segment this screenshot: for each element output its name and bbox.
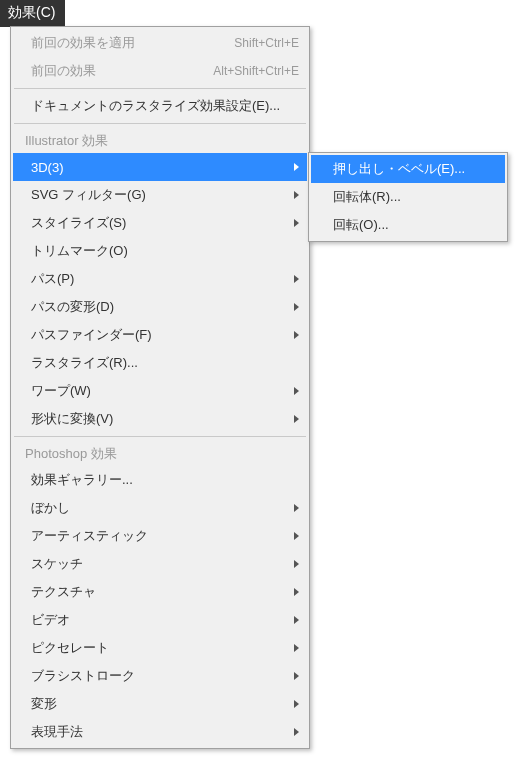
submenu-arrow-icon	[294, 504, 299, 512]
menu-item-label: スケッチ	[31, 555, 288, 573]
submenu-3d-panel: 押し出し・ベベル(E)...回転体(R)...回転(O)...	[308, 152, 508, 242]
menu-item-photoshop-7[interactable]: ブラシストローク	[13, 662, 307, 690]
menu-item-label: ビデオ	[31, 611, 288, 629]
menu-item-illustrator-9[interactable]: 形状に変換(V)	[13, 405, 307, 433]
menu-item-illustrator-3[interactable]: トリムマーク(O)	[13, 237, 307, 265]
menu-item-label: ピクセレート	[31, 639, 288, 657]
menu-item-illustrator-1[interactable]: SVG フィルター(G)	[13, 181, 307, 209]
menu-item-illustrator-8[interactable]: ワープ(W)	[13, 377, 307, 405]
menu-item-label: 回転(O)...	[333, 216, 497, 234]
submenu-arrow-icon	[294, 303, 299, 311]
menu-item-recent-0: 前回の効果を適用Shift+Ctrl+E	[13, 29, 307, 57]
submenu-arrow-icon	[294, 532, 299, 540]
menu-item-label: 効果ギャラリー...	[31, 471, 299, 489]
submenu-arrow-icon	[294, 588, 299, 596]
menu-item-shortcut: Alt+Shift+Ctrl+E	[213, 64, 299, 78]
effects-menu-panel: 前回の効果を適用Shift+Ctrl+E前回の効果Alt+Shift+Ctrl+…	[10, 26, 310, 749]
menu-separator	[14, 88, 306, 89]
submenu-item-3d-0[interactable]: 押し出し・ベベル(E)...	[311, 155, 505, 183]
menu-item-photoshop-9[interactable]: 表現手法	[13, 718, 307, 746]
menu-item-label: 前回の効果を適用	[31, 34, 224, 52]
submenu-arrow-icon	[294, 331, 299, 339]
menu-item-photoshop-1[interactable]: ぼかし	[13, 494, 307, 522]
submenu-arrow-icon	[294, 644, 299, 652]
submenu-arrow-icon	[294, 275, 299, 283]
menu-item-photoshop-2[interactable]: アーティスティック	[13, 522, 307, 550]
photoshop-effects-header: Photoshop 効果	[13, 440, 307, 466]
menu-item-label: ドキュメントのラスタライズ効果設定(E)...	[31, 97, 299, 115]
menu-item-shortcut: Shift+Ctrl+E	[234, 36, 299, 50]
menu-item-label: ぼかし	[31, 499, 288, 517]
menu-item-label: パスの変形(D)	[31, 298, 288, 316]
menu-item-label: テクスチャ	[31, 583, 288, 601]
menu-item-label: 3D(3)	[31, 160, 288, 175]
menu-item-label: パスファインダー(F)	[31, 326, 288, 344]
menu-item-label: スタイライズ(S)	[31, 214, 288, 232]
menu-item-label: ラスタライズ(R)...	[31, 354, 299, 372]
menu-item-label: パス(P)	[31, 270, 288, 288]
menu-title[interactable]: 効果(C)	[0, 0, 65, 27]
submenu-item-3d-1[interactable]: 回転体(R)...	[311, 183, 505, 211]
menu-item-photoshop-4[interactable]: テクスチャ	[13, 578, 307, 606]
menu-item-label: 形状に変換(V)	[31, 410, 288, 428]
submenu-arrow-icon	[294, 163, 299, 171]
menu-item-label: 押し出し・ベベル(E)...	[333, 160, 497, 178]
submenu-arrow-icon	[294, 415, 299, 423]
submenu-arrow-icon	[294, 728, 299, 736]
menu-item-photoshop-3[interactable]: スケッチ	[13, 550, 307, 578]
menu-item-label: アーティスティック	[31, 527, 288, 545]
submenu-arrow-icon	[294, 700, 299, 708]
menu-item-photoshop-5[interactable]: ビデオ	[13, 606, 307, 634]
menu-item-label: ワープ(W)	[31, 382, 288, 400]
menu-item-label: 変形	[31, 695, 288, 713]
menu-item-illustrator-7[interactable]: ラスタライズ(R)...	[13, 349, 307, 377]
menu-item-recent-1: 前回の効果Alt+Shift+Ctrl+E	[13, 57, 307, 85]
menu-item-label: 回転体(R)...	[333, 188, 497, 206]
menu-item-illustrator-4[interactable]: パス(P)	[13, 265, 307, 293]
menu-item-label: 表現手法	[31, 723, 288, 741]
submenu-arrow-icon	[294, 560, 299, 568]
menu-item-illustrator-2[interactable]: スタイライズ(S)	[13, 209, 307, 237]
menu-item-illustrator-6[interactable]: パスファインダー(F)	[13, 321, 307, 349]
menu-item-label: ブラシストローク	[31, 667, 288, 685]
submenu-arrow-icon	[294, 672, 299, 680]
submenu-arrow-icon	[294, 191, 299, 199]
menu-item-photoshop-8[interactable]: 変形	[13, 690, 307, 718]
menu-item-label: 前回の効果	[31, 62, 203, 80]
menu-item-photoshop-6[interactable]: ピクセレート	[13, 634, 307, 662]
menu-item-rasterize-settings[interactable]: ドキュメントのラスタライズ効果設定(E)...	[13, 92, 307, 120]
menu-item-label: SVG フィルター(G)	[31, 186, 288, 204]
menu-item-photoshop-0[interactable]: 効果ギャラリー...	[13, 466, 307, 494]
submenu-arrow-icon	[294, 219, 299, 227]
submenu-arrow-icon	[294, 387, 299, 395]
menu-separator	[14, 123, 306, 124]
menu-item-illustrator-5[interactable]: パスの変形(D)	[13, 293, 307, 321]
submenu-item-3d-2[interactable]: 回転(O)...	[311, 211, 505, 239]
menu-item-illustrator-0[interactable]: 3D(3)	[13, 153, 307, 181]
menu-separator	[14, 436, 306, 437]
menu-item-label: トリムマーク(O)	[31, 242, 299, 260]
submenu-arrow-icon	[294, 616, 299, 624]
illustrator-effects-header: Illustrator 効果	[13, 127, 307, 153]
